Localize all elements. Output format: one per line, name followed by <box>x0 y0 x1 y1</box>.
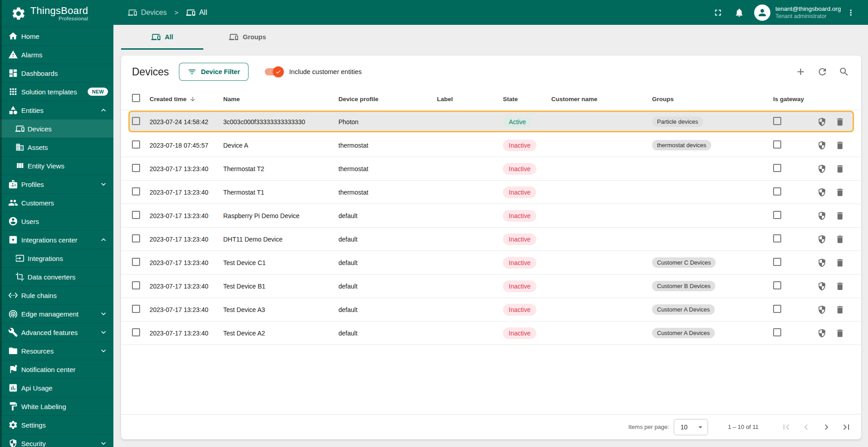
sidebar-item-advanced-features[interactable]: Advanced features <box>0 323 113 341</box>
tab-groups[interactable]: Groups <box>203 25 292 50</box>
manage-credentials-button[interactable] <box>813 160 831 178</box>
column-header-state[interactable]: State <box>493 96 542 102</box>
include-customer-entities-toggle[interactable] <box>265 66 283 77</box>
select-all-checkbox[interactable] <box>132 94 140 102</box>
column-header-groups[interactable]: Groups <box>643 96 764 102</box>
delete-button[interactable] <box>831 301 849 319</box>
sidebar-item-edge-management[interactable]: Edge management <box>0 304 113 323</box>
row-checkbox[interactable] <box>132 117 140 125</box>
manage-credentials-button[interactable] <box>813 207 831 225</box>
gateway-checkbox[interactable] <box>773 305 781 313</box>
sidebar-item-data-converters[interactable]: Data converters <box>0 267 113 286</box>
group-chip[interactable]: Customer B Devices <box>652 281 715 291</box>
row-checkbox[interactable] <box>132 281 140 289</box>
chevron-right-button[interactable] <box>817 418 835 436</box>
row-checkbox[interactable] <box>132 164 140 172</box>
last-page-button[interactable] <box>837 418 855 436</box>
table-row-3c003c000f33333333333330[interactable]: 2023-07-24 14:58:42 3c003c000f3333333333… <box>121 110 861 134</box>
manage-credentials-button[interactable] <box>813 136 831 154</box>
sidebar-item-entity-views[interactable]: Entity Views <box>0 156 113 175</box>
table-row-test-device-b1[interactable]: 2023-07-17 13:23:40 Test Device B1 defau… <box>121 275 861 298</box>
gateway-checkbox[interactable] <box>773 281 781 289</box>
page-size-select[interactable]: 10 <box>674 419 708 435</box>
sidebar-item-rule-chains[interactable]: Rule chains <box>0 286 113 304</box>
row-checkbox[interactable] <box>132 234 140 242</box>
manage-credentials-button[interactable] <box>813 113 831 131</box>
sidebar-item-home[interactable]: Home <box>0 27 113 45</box>
manage-credentials-button[interactable] <box>813 301 831 319</box>
row-checkbox[interactable] <box>132 187 140 196</box>
fullscreen-button[interactable] <box>713 8 723 18</box>
delete-button[interactable] <box>831 254 849 272</box>
sidebar-item-alarms[interactable]: Alarms <box>0 45 113 64</box>
gateway-checkbox[interactable] <box>773 187 781 196</box>
avatar[interactable] <box>754 5 770 21</box>
more-menu-button[interactable] <box>846 8 855 17</box>
sidebar-item-profiles[interactable]: Profiles <box>0 175 113 193</box>
sidebar-item-users[interactable]: Users <box>0 212 113 230</box>
delete-button[interactable] <box>831 230 849 248</box>
delete-button[interactable] <box>831 277 849 295</box>
sidebar-item-solution-templates[interactable]: Solution templates NEW <box>0 82 113 101</box>
column-header-device-profile[interactable]: Device profile <box>329 96 427 102</box>
row-checkbox[interactable] <box>132 305 140 313</box>
column-header-name[interactable]: Name <box>214 96 329 102</box>
notifications-button[interactable] <box>734 8 744 18</box>
tab-all[interactable]: All <box>121 25 203 50</box>
delete-button[interactable] <box>831 324 849 342</box>
sidebar-item-devices[interactable]: Devices <box>0 119 113 138</box>
sidebar-item-settings[interactable]: Settings <box>0 415 113 434</box>
table-row-raspberry-pi-demo-device[interactable]: 2023-07-17 13:23:40 Raspberry Pi Demo De… <box>121 204 861 228</box>
search-button[interactable] <box>835 63 853 81</box>
group-chip[interactable]: Customer A Devices <box>652 328 715 338</box>
manage-credentials-button[interactable] <box>813 230 831 248</box>
user-info[interactable]: tenant@thingsboard.org Tenant administra… <box>775 5 841 20</box>
table-row-dht11-demo-device[interactable]: 2023-07-17 13:23:40 DHT11 Demo Device de… <box>121 228 861 251</box>
sidebar-item-integrations[interactable]: Integrations <box>0 249 113 267</box>
sidebar-item-assets[interactable]: Assets <box>0 138 113 156</box>
group-chip[interactable]: Particle devices <box>652 116 703 127</box>
table-row-device-a[interactable]: 2023-07-18 07:45:57 Device A thermostat … <box>121 134 861 157</box>
sidebar-item-integrations-center[interactable]: Integrations center <box>0 230 113 249</box>
column-header-label[interactable]: Label <box>427 96 493 102</box>
row-checkbox[interactable] <box>132 328 140 336</box>
column-header-customer-name[interactable]: Customer name <box>542 96 643 102</box>
sidebar-item-resources[interactable]: Resources <box>0 341 113 360</box>
sidebar-item-api-usage[interactable]: Api Usage <box>0 378 113 397</box>
column-header-is-gateway[interactable]: Is gateway <box>764 96 813 102</box>
delete-button[interactable] <box>831 160 849 178</box>
manage-credentials-button[interactable] <box>813 254 831 272</box>
logo[interactable]: ThingsBoard Professional <box>0 0 113 27</box>
gateway-checkbox[interactable] <box>773 140 781 149</box>
sidebar-item-notification-center[interactable]: Notification center <box>0 360 113 378</box>
table-row-thermostat-t2[interactable]: 2023-07-17 13:23:40 Thermostat T2 thermo… <box>121 157 861 181</box>
gateway-checkbox[interactable] <box>773 258 781 266</box>
sidebar-item-white-labeling[interactable]: White Labeling <box>0 397 113 415</box>
manage-credentials-button[interactable] <box>813 277 831 295</box>
row-checkbox[interactable] <box>132 258 140 266</box>
gateway-checkbox[interactable] <box>773 211 781 219</box>
gateway-checkbox[interactable] <box>773 117 781 125</box>
refresh-button[interactable] <box>813 63 831 81</box>
column-header-created-time[interactable]: Created time <box>140 96 214 102</box>
add-device-button[interactable] <box>792 63 810 81</box>
delete-button[interactable] <box>831 207 849 225</box>
manage-credentials-button[interactable] <box>813 183 831 201</box>
row-checkbox[interactable] <box>132 211 140 219</box>
group-chip[interactable]: Customer A Devices <box>652 304 715 315</box>
row-checkbox[interactable] <box>132 140 140 149</box>
table-row-test-device-a3[interactable]: 2023-07-17 13:23:40 Test Device A3 defau… <box>121 298 861 321</box>
delete-button[interactable] <box>831 113 849 131</box>
table-row-thermostat-t1[interactable]: 2023-07-17 13:23:40 Thermostat T1 thermo… <box>121 181 861 204</box>
gateway-checkbox[interactable] <box>773 234 781 242</box>
sidebar-item-security[interactable]: Security <box>0 434 113 447</box>
sidebar-item-entities[interactable]: Entities <box>0 101 113 119</box>
device-filter-button[interactable]: Device Filter <box>179 63 249 81</box>
group-chip[interactable]: thermostat devices <box>652 140 711 150</box>
sidebar-item-customers[interactable]: Customers <box>0 193 113 212</box>
table-row-test-device-c1[interactable]: 2023-07-17 13:23:40 Test Device C1 defau… <box>121 251 861 275</box>
delete-button[interactable] <box>831 183 849 201</box>
manage-credentials-button[interactable] <box>813 324 831 342</box>
delete-button[interactable] <box>831 136 849 154</box>
gateway-checkbox[interactable] <box>773 164 781 172</box>
